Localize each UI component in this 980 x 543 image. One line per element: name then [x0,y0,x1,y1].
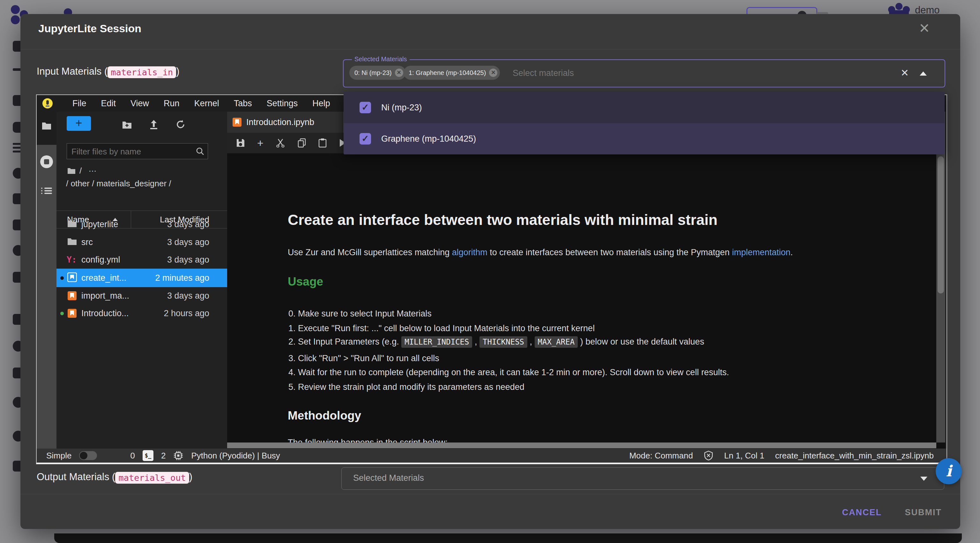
app-bottom-bar [54,533,962,543]
refresh-icon[interactable] [175,119,186,129]
output-select-value: Selected Materials [353,473,424,483]
cursor-position[interactable]: Ln 1, Col 1 [724,451,764,461]
file-row-jupyterlite[interactable]: jupyterlite 3 days ago [56,216,227,233]
materials-out-code: materials_out [115,472,189,484]
dropdown-option-label: Graphene (mp-1040425) [381,123,476,154]
unsaved-dot-icon [60,276,64,280]
file-name: import_ma... [81,287,129,305]
submit-button[interactable]: SUBMIT [903,507,944,518]
usage-item-text: 2. Set Input Parameters (e.g. [288,337,401,347]
breadcrumb-path[interactable]: / other / materials_designer / [66,179,171,189]
expand-dropdown-icon[interactable] [920,477,928,481]
notebook-intro: Use Zur and McGill superlattices matchin… [288,248,793,258]
file-name: config.yml [81,251,120,269]
copy-cells-icon[interactable] [298,138,306,148]
dropdown-option-label: Ni (mp-23) [381,92,422,123]
notebook-panel: Introduction.ipynb + [227,111,945,449]
insert-cell-icon[interactable]: + [257,139,264,147]
usage-item-1: 1. Execute "Run first: ..." cell below t… [288,323,595,333]
menu-run[interactable]: Run [164,99,180,108]
collapse-dropdown-icon[interactable] [920,72,927,76]
selected-materials-field[interactable]: Selected Materials 0: Ni (mp-23) ✕ 1: Gr… [343,59,945,88]
menu-kernel[interactable]: Kernel [194,99,219,108]
output-materials-select[interactable]: Selected Materials [341,467,944,490]
trust-shield-icon [704,451,713,461]
file-row-import-material[interactable]: import_ma... 3 days ago [56,287,227,305]
usage-item-0: 0. Make sure to select Input Materials [288,309,432,319]
folder-icon [67,220,77,229]
tab-title: Introduction.ipynb [246,111,314,133]
menu-edit[interactable]: Edit [101,99,116,108]
breadcrumb-home-icon[interactable] [67,167,76,174]
new-folder-icon[interactable] [122,120,132,129]
notebook-file-icon [67,272,77,282]
checkbox-checked-icon[interactable]: ✓ [360,133,371,145]
file-row-config[interactable]: Y: config.yml 3 days ago [56,251,227,269]
simple-mode-label: Simple [46,451,72,461]
dropdown-option-ni[interactable]: ✓ Ni (mp-23) [344,92,945,123]
checkbox-checked-icon[interactable]: ✓ [360,102,371,113]
save-icon[interactable] [236,139,245,147]
file-modified: 2 minutes ago [155,269,209,287]
select-materials-input[interactable] [512,66,705,80]
input-materials-suffix: ) [176,66,179,77]
kernels-count: 2 [161,451,165,461]
material-chip-label: 0: Ni (mp-23) [355,69,392,76]
intro-text: Use Zur and McGill superlattices matchin… [288,248,452,257]
file-browser-icon[interactable] [41,121,52,130]
code-thickness: THICKNESS [479,336,527,348]
file-name: src [81,234,93,251]
menu-file[interactable]: File [72,99,86,108]
notebook-tab-icon [232,118,242,127]
material-chip-label: 1: Graphene (mp-1040425) [409,69,486,76]
file-filter-input[interactable] [71,145,193,158]
file-row-introduction[interactable]: Introductio... 2 hours ago [56,305,227,322]
paste-cells-icon[interactable] [318,138,327,148]
algorithm-link[interactable]: algorithm [452,248,487,257]
chip-remove-icon[interactable]: ✕ [395,68,403,77]
menu-tabs[interactable]: Tabs [234,99,252,108]
app-logo-blob [11,5,20,14]
menu-help[interactable]: Help [312,99,330,108]
file-row-src[interactable]: src 3 days ago [56,234,227,251]
simple-mode-toggle[interactable] [79,451,97,460]
scrollbar-thumb[interactable] [937,156,944,293]
usage-item-text: , [527,337,535,347]
clear-selection-icon[interactable]: ✕ [900,67,909,79]
running-kernels-icon[interactable] [40,155,53,168]
kernel-status[interactable]: Python (Pyodide) | Busy [191,451,280,461]
input-materials-prefix: Input Materials ( [37,66,108,77]
search-icon [196,147,205,156]
usage-item-4: 4. Wait for the run to complete (dependi… [288,368,729,377]
file-row-create-interface[interactable]: create_int... 2 minutes ago [56,269,227,287]
tab-introduction-ipynb[interactable]: Introduction.ipynb [227,111,343,133]
close-icon[interactable]: ✕ [919,21,930,36]
cancel-button[interactable]: CANCEL [840,507,884,518]
menu-settings[interactable]: Settings [267,99,298,108]
modal-title: JupyterLite Session [38,22,141,35]
table-of-contents-icon[interactable] [41,186,52,196]
breadcrumb-root[interactable]: / [80,166,82,176]
file-name: create_int... [81,269,126,287]
material-chip-graphene[interactable]: 1: Graphene (mp-1040425) ✕ [404,66,500,80]
mode-indicator: Mode: Command [629,451,693,461]
dropdown-option-graphene[interactable]: ✓ Graphene (mp-1040425) [344,123,945,154]
horizontal-scrollbar[interactable] [227,443,936,448]
active-filename: create_interface_with_min_strain_zsl.ipy… [775,451,934,461]
file-name: Introductio... [81,305,129,322]
breadcrumb-ellipsis[interactable]: … [88,164,97,174]
menu-view[interactable]: View [130,99,149,108]
cut-cells-icon[interactable] [275,139,285,147]
info-button[interactable]: i [935,458,962,484]
file-modified: 3 days ago [167,251,209,269]
chip-remove-icon[interactable]: ✕ [489,68,497,77]
vertical-scrollbar[interactable] [936,111,945,443]
intro-text: . [791,248,793,257]
new-launcher-button[interactable]: + [67,116,91,131]
material-chip-ni[interactable]: 0: Ni (mp-23) ✕ [349,66,406,80]
upload-icon[interactable] [149,119,159,129]
file-filter-box[interactable] [67,143,208,159]
footer-divider [21,494,960,494]
materials-dropdown-menu: ✓ Ni (mp-23) ✓ Graphene (mp-1040425) [344,92,945,154]
implementation-link[interactable]: implementation [732,248,791,257]
